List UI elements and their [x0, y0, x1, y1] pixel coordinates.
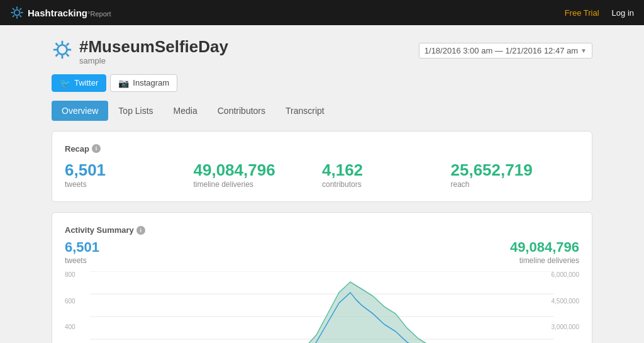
- svg-line-5: [13, 8, 14, 10]
- activity-deliveries-stat: 49,084,796 timeline deliveries: [510, 240, 579, 265]
- tab-transcript[interactable]: Transcript: [275, 101, 335, 121]
- timeline-deliveries-label: timeline deliveries: [194, 180, 323, 189]
- tab-contributors[interactable]: Contributors: [208, 101, 275, 121]
- date-range-text: 1/18/2016 3:00 am — 1/21/2016 12:47 am: [425, 46, 578, 55]
- tab-instagram[interactable]: 📷 Instagram: [110, 74, 177, 92]
- svg-line-7: [19, 8, 21, 10]
- hashtag-text: #MuseumSelfieDay sample: [79, 38, 228, 65]
- stat-timeline-deliveries: 49,084,796 timeline deliveries: [194, 161, 323, 189]
- tab-twitter[interactable]: 🐦 Twitter: [52, 74, 106, 92]
- y-right-3m: 3,000,000: [552, 323, 580, 330]
- svg-line-15: [67, 54, 69, 57]
- svg-line-8: [13, 15, 14, 17]
- recap-title: Recap i: [65, 144, 579, 154]
- contributors-count: 4,162: [322, 161, 451, 179]
- twitter-tab-label: Twitter: [74, 78, 98, 87]
- instagram-tab-label: Instagram: [133, 78, 169, 87]
- svg-line-17: [56, 54, 58, 57]
- platform-tabs: 🐦 Twitter 📷 Instagram: [52, 74, 592, 92]
- chart-area: [90, 271, 554, 343]
- y-axis-left: 800 600 400 200 0: [65, 271, 75, 343]
- contributors-label: contributors: [322, 180, 451, 189]
- activity-card: Activity Summary i 6,501 tweets 49,084,7…: [52, 212, 592, 343]
- activity-title: Activity Summary i: [65, 225, 579, 235]
- free-trial-link[interactable]: Free Trial: [565, 8, 599, 18]
- brand-logo: Hashtracking°Report: [10, 6, 111, 20]
- main-content: #MuseumSelfieDay sample 1/18/2016 3:00 a…: [39, 25, 605, 343]
- chart-wrapper: 800 600 400 200 0 6,000,000 4,500,000 3,…: [65, 271, 579, 343]
- svg-marker-24: [90, 282, 554, 343]
- tab-media[interactable]: Media: [164, 101, 208, 121]
- date-range: 1/18/2016 3:00 am — 1/21/2016 12:47 am ▼: [419, 43, 592, 59]
- y-left-800: 800: [65, 271, 75, 278]
- navbar: Hashtracking°Report Free Trial Log in: [0, 0, 644, 25]
- y-axis-right: 6,000,000 4,500,000 3,000,000 1,500,000 …: [552, 271, 580, 343]
- activity-deliveries-count: 49,084,796: [510, 240, 579, 255]
- hashtag-info: #MuseumSelfieDay sample: [52, 38, 228, 65]
- gear-icon: [10, 6, 24, 20]
- tweets-count: 6,501: [65, 161, 194, 179]
- brand-name: Hashtracking°Report: [28, 8, 111, 18]
- stat-tweets: 6,501 tweets: [65, 161, 194, 189]
- activity-tweets-count: 6,501: [65, 240, 99, 255]
- chart-svg: [90, 271, 554, 343]
- activity-deliveries-label: timeline deliveries: [510, 256, 579, 265]
- timeline-deliveries-count: 49,084,796: [194, 161, 323, 179]
- svg-line-6: [19, 15, 21, 17]
- tweets-label: tweets: [65, 180, 194, 189]
- login-link[interactable]: Log in: [612, 8, 634, 18]
- instagram-icon: 📷: [118, 78, 129, 88]
- svg-point-0: [14, 10, 20, 16]
- y-left-400: 400: [65, 323, 75, 330]
- y-right-4-5m: 4,500,000: [552, 298, 580, 305]
- stat-reach: 25,652,719 reach: [451, 161, 580, 189]
- navbar-right: Free Trial Log in: [565, 8, 634, 18]
- activity-tweets-stat: 6,501 tweets: [65, 240, 99, 265]
- reach-label: reach: [451, 180, 580, 189]
- nav-tabs: Overview Top Lists Media Contributors Tr…: [52, 101, 592, 121]
- svg-line-14: [56, 43, 58, 46]
- activity-tweets-label: tweets: [65, 256, 99, 265]
- recap-card: Recap i 6,501 tweets 49,084,796 timeline…: [52, 131, 592, 203]
- hashtag-title: #MuseumSelfieDay: [79, 38, 228, 56]
- twitter-icon: 🐦: [60, 78, 70, 88]
- y-right-6m: 6,000,000: [552, 271, 580, 278]
- hashtag-settings-icon: [52, 39, 73, 60]
- date-range-dropdown[interactable]: 1/18/2016 3:00 am — 1/21/2016 12:47 am ▼: [419, 43, 592, 59]
- hashtag-subtitle: sample: [79, 56, 228, 65]
- recap-stats: 6,501 tweets 49,084,796 timeline deliver…: [65, 161, 579, 189]
- activity-info-icon: i: [136, 226, 145, 235]
- svg-line-16: [67, 43, 69, 46]
- reach-count: 25,652,719: [451, 161, 580, 179]
- svg-point-9: [57, 45, 67, 54]
- activity-stats: 6,501 tweets 49,084,796 timeline deliver…: [65, 240, 579, 265]
- tab-overview[interactable]: Overview: [52, 101, 108, 121]
- page-header: #MuseumSelfieDay sample 1/18/2016 3:00 a…: [52, 38, 592, 65]
- chevron-down-icon: ▼: [580, 47, 587, 54]
- tab-top-lists[interactable]: Top Lists: [108, 101, 163, 121]
- recap-info-icon: i: [92, 144, 101, 153]
- stat-contributors: 4,162 contributors: [322, 161, 451, 189]
- y-left-600: 600: [65, 298, 75, 305]
